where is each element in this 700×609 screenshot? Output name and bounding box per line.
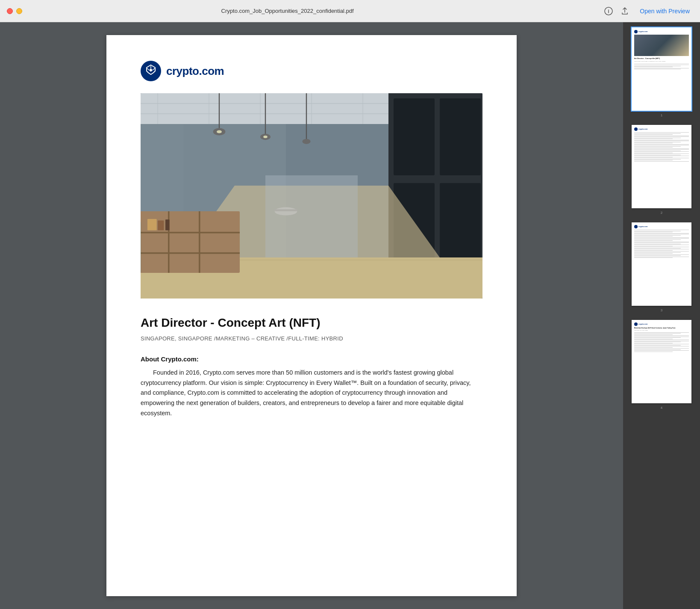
svg-rect-42 — [165, 219, 170, 230]
file-title: Crypto.com_Job_Opportunities_2022_confid… — [0, 8, 599, 14]
thumb-page-3: crypto.com — [632, 222, 691, 306]
thumb-page-number-2: 2 — [661, 211, 662, 215]
pdf-page: crypto.com — [106, 35, 517, 596]
svg-rect-18 — [440, 183, 481, 260]
svg-rect-41 — [158, 221, 164, 231]
thumbnail-page-2[interactable]: crypto.com — [630, 123, 693, 216]
thumbnail-sidebar: crypto.com Art Director - Concept Art (N… — [623, 22, 700, 609]
info-icon[interactable] — [604, 6, 613, 16]
toolbar-right: Open with Preview — [604, 6, 693, 16]
svg-rect-45 — [265, 175, 358, 257]
thumbnail-page-1[interactable]: crypto.com Art Director - Concept Art (N… — [630, 26, 693, 119]
about-heading: About Crypto.com: — [141, 355, 482, 363]
logo-text: crypto.com — [166, 65, 224, 78]
thumb-page-number-3: 3 — [661, 308, 662, 312]
open-with-preview-button[interactable]: Open with Preview — [636, 6, 693, 16]
svg-rect-36 — [199, 211, 200, 273]
about-body: Founded in 2016, Crypto.com serves more … — [141, 368, 482, 419]
thumb-page-number-4: 4 — [661, 406, 662, 410]
browser-bar: Crypto.com_Job_Opportunities_2022_confid… — [0, 0, 700, 22]
thumb-page-number-1: 1 — [661, 113, 662, 117]
pdf-viewer[interactable]: crypto.com — [0, 22, 623, 609]
thumb-page-2: crypto.com — [632, 125, 691, 208]
svg-rect-15 — [394, 98, 435, 175]
main-area: crypto.com — [0, 22, 700, 609]
logo-area: crypto.com — [141, 61, 482, 81]
thumb-page-1: crypto.com Art Director - Concept Art (N… — [632, 27, 691, 111]
svg-rect-40 — [147, 219, 157, 230]
svg-point-47 — [263, 136, 268, 138]
thumbnail-page-4[interactable]: crypto.com Blockchain Developer (DeFi Sm… — [630, 318, 693, 411]
crypto-logo-icon — [141, 61, 161, 81]
job-title: Art Director - Concept Art (NFT) — [141, 316, 482, 330]
share-icon[interactable] — [620, 6, 629, 16]
svg-point-46 — [217, 130, 222, 133]
job-meta: SINGAPORE, SINGAPORE /MARKETING – CREATI… — [141, 335, 482, 342]
office-photo — [141, 93, 482, 299]
svg-rect-17 — [440, 98, 481, 175]
svg-rect-34 — [141, 252, 240, 254]
svg-point-31 — [302, 139, 310, 144]
thumb-page-4: crypto.com Blockchain Developer (DeFi Sm… — [632, 320, 691, 403]
svg-rect-33 — [141, 232, 240, 234]
thumbnail-page-3[interactable]: crypto.com — [630, 221, 693, 314]
